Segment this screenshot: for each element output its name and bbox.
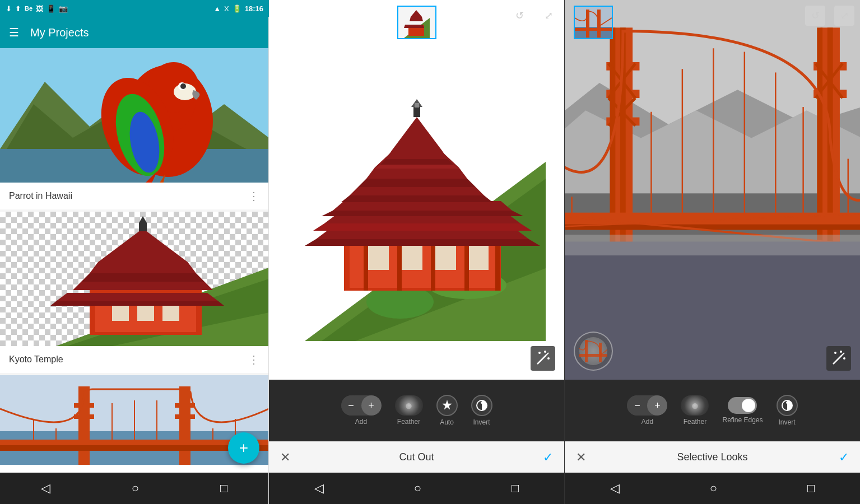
invert-button-3[interactable] xyxy=(777,395,798,416)
new-project-fab[interactable]: + xyxy=(228,432,259,464)
home-nav-icon-3[interactable]: ○ xyxy=(710,481,717,496)
feather-tool-label-3: Feather xyxy=(684,418,706,426)
app-header: ☰ My Projects xyxy=(0,17,268,48)
svg-marker-23 xyxy=(81,273,204,282)
svg-marker-72 xyxy=(350,187,484,195)
svg-rect-79 xyxy=(415,103,419,108)
list-item[interactable] xyxy=(0,375,268,473)
project-info-parrot: Parrot in Hawaii ⋮ xyxy=(0,183,268,209)
remove-brush-button[interactable]: − xyxy=(341,395,361,416)
add-brush-button[interactable]: + xyxy=(361,395,382,416)
svg-marker-66 xyxy=(324,215,520,223)
feather-button[interactable]: ● xyxy=(395,395,423,416)
feather-tool-label: Feather xyxy=(397,418,420,426)
add-tool-group: − + Add xyxy=(341,395,382,426)
undo-button-3[interactable]: ↺ xyxy=(805,6,825,26)
cancel-button-3[interactable]: ✕ xyxy=(576,450,586,465)
selective-tools-row: − + Add ● Feather xyxy=(627,395,797,426)
svg-rect-77 xyxy=(413,107,420,117)
mobile-icon: 📱 xyxy=(47,4,55,13)
invert-tool-label: Invert xyxy=(473,418,490,426)
svg-marker-73 xyxy=(341,195,492,202)
temple-cutout-display xyxy=(269,0,564,380)
expand-button-3[interactable]: ⤢ xyxy=(834,6,854,26)
recent-nav-icon-2[interactable]: □ xyxy=(512,481,519,496)
refine-edges-tool-group: Refine Edges xyxy=(722,397,763,424)
cutout-bottom-toolbar: − + Add ● Feather xyxy=(269,380,564,441)
more-options-icon[interactable]: ⋮ xyxy=(248,353,259,366)
download-icon: ⬇ xyxy=(6,4,12,13)
add-brush-button-3[interactable]: + xyxy=(647,395,667,416)
selective-brush-tool[interactable] xyxy=(574,332,613,371)
svg-point-83 xyxy=(547,357,550,360)
add-remove-control[interactable]: − + xyxy=(341,395,382,416)
cutout-canvas[interactable]: ↺ ⤢ xyxy=(269,0,564,380)
home-nav-icon-2[interactable]: ○ xyxy=(414,481,421,496)
cutout-tools-row: − + Add ● Feather xyxy=(341,395,492,426)
back-nav-icon[interactable]: ◁ xyxy=(41,481,50,496)
invert-tool-group: Invert xyxy=(471,395,492,426)
plus-icon: + xyxy=(368,400,374,412)
svg-point-82 xyxy=(538,352,541,354)
svg-rect-33 xyxy=(175,403,195,408)
bridge-selective-display xyxy=(565,0,860,380)
selective-thumbnail-preview[interactable] xyxy=(574,6,613,39)
temple-cutout-main xyxy=(288,72,546,341)
app-title: My Projects xyxy=(30,26,89,39)
recent-nav-icon[interactable]: □ xyxy=(220,481,227,496)
back-nav-icon-2[interactable]: ◁ xyxy=(314,481,324,496)
auto-tool-group: Auto xyxy=(436,395,458,426)
list-item[interactable]: Parrot in Hawaii ⋮ xyxy=(0,48,268,209)
svg-rect-31 xyxy=(74,403,94,408)
list-item[interactable]: Kyoto Temple ⋮ xyxy=(0,212,268,373)
wifi-icon: ▲ xyxy=(213,4,221,13)
svg-point-84 xyxy=(544,351,546,353)
magic-wand-tool[interactable] xyxy=(531,346,555,371)
feather-button-3[interactable]: ● xyxy=(681,395,709,416)
invert-icon xyxy=(476,399,488,412)
hamburger-menu-icon[interactable]: ☰ xyxy=(9,26,19,39)
svg-rect-132 xyxy=(565,235,860,255)
confirm-button[interactable]: ✓ xyxy=(543,450,553,465)
add-remove-control-3[interactable]: − + xyxy=(627,395,667,416)
projects-scroll[interactable]: Parrot in Hawaii ⋮ xyxy=(0,48,268,473)
refine-edges-button[interactable] xyxy=(728,397,757,414)
svg-marker-26 xyxy=(139,216,147,223)
svg-rect-112 xyxy=(817,27,822,269)
undo-button[interactable]: ↺ xyxy=(509,6,529,26)
svg-marker-69 xyxy=(322,211,523,216)
invert-button[interactable] xyxy=(471,395,492,416)
bottom-nav-bar-1: ◁ ○ □ xyxy=(0,473,268,504)
magic-wand-tool-3[interactable] xyxy=(826,346,851,371)
recent-nav-icon-3[interactable]: □ xyxy=(807,481,815,496)
cutout-thumbnail-preview[interactable] xyxy=(397,6,436,39)
confirm-button-3[interactable]: ✓ xyxy=(839,450,849,465)
status-icons: ⬇ ⬆ Be 🖼 📱 📷 xyxy=(6,4,68,13)
auto-tool-label: Auto xyxy=(440,418,454,426)
behance-icon: Be xyxy=(25,5,32,12)
remove-brush-button-3[interactable]: − xyxy=(627,395,647,416)
home-nav-icon[interactable]: ○ xyxy=(132,481,139,496)
magic-wand-icon xyxy=(535,351,551,366)
project-thumbnail-bridge xyxy=(0,375,268,473)
back-nav-icon-3[interactable]: ◁ xyxy=(610,481,620,496)
more-options-icon[interactable]: ⋮ xyxy=(248,189,259,203)
expand-button[interactable]: ⤢ xyxy=(538,6,559,26)
svg-marker-74 xyxy=(386,117,448,159)
project-thumbnail-temple xyxy=(0,212,268,346)
invert-tool-label-3: Invert xyxy=(779,418,796,426)
plus-icon-3: + xyxy=(654,400,661,412)
selective-canvas[interactable]: ↺ ⤢ xyxy=(565,0,860,380)
projects-panel: ⬇ ⬆ Be 🖼 📱 📷 ▲ X 🔋 18:16 ☰ My Projects xyxy=(0,0,269,504)
cutout-title: Cut Out xyxy=(399,451,434,463)
svg-marker-47 xyxy=(404,25,424,28)
undo-icon: ↺ xyxy=(515,10,524,22)
auto-button[interactable] xyxy=(436,395,458,416)
svg-marker-22 xyxy=(90,228,196,273)
cancel-button[interactable]: ✕ xyxy=(280,450,290,465)
battery-icon: 🔋 xyxy=(233,4,241,13)
expand-icon-3: ⤢ xyxy=(840,10,849,22)
feather-tool-group-3: ● Feather xyxy=(681,395,709,426)
svg-rect-91 xyxy=(575,28,612,31)
bridge-selective-main xyxy=(565,0,860,380)
